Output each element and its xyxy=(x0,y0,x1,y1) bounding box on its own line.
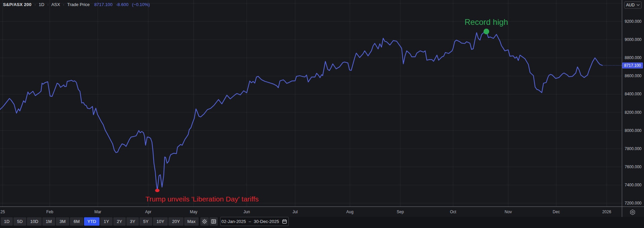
range-button-1d[interactable]: 1D xyxy=(1,217,13,226)
legend-separator: · xyxy=(34,2,36,7)
date-range-separator: – xyxy=(249,219,251,224)
trading-chart-window: S&P/ASX 200 · 1D · ASX · Trade Price 871… xyxy=(0,0,644,228)
price-axis[interactable]: 9200.0009000.0008800.0008600.0008400.000… xyxy=(622,0,644,207)
range-button-3y[interactable]: 3Y xyxy=(126,217,139,226)
range-button-1m[interactable]: 1M xyxy=(42,217,55,226)
y-axis-label: 7800.000 xyxy=(622,146,644,151)
x-axis-label: May xyxy=(190,210,198,214)
y-axis-label: 8200.000 xyxy=(622,110,644,115)
last-price-value: 8717.100 xyxy=(94,2,112,7)
range-button-5y[interactable]: 5Y xyxy=(139,217,152,226)
legend-separator: · xyxy=(47,2,48,7)
symbol-name[interactable]: S&P/ASX 200 xyxy=(3,2,32,7)
range-button-6m[interactable]: 6M xyxy=(70,217,83,226)
y-axis-label: 7200.000 xyxy=(622,201,644,206)
symbol-legend: S&P/ASX 200 · 1D · ASX · Trade Price 871… xyxy=(3,2,150,7)
range-button-5d[interactable]: 5D xyxy=(13,217,26,226)
calendar-icon xyxy=(282,219,287,224)
x-axis-label: Apr xyxy=(145,210,152,214)
x-axis-label: Nov xyxy=(505,210,512,214)
grid-lines xyxy=(0,0,622,207)
range-button-10y[interactable]: 10Y xyxy=(153,217,168,226)
y-axis-label: 8600.000 xyxy=(622,74,644,78)
axis-settings-button[interactable] xyxy=(629,208,637,216)
exchange-label: ASX xyxy=(51,2,60,7)
x-axis-label: Jul xyxy=(292,210,297,214)
y-axis-label: 9200.000 xyxy=(622,19,644,24)
bottom-toolbar: 1D5D10D1M3M6MYTD1Y2Y3Y5Y10Y20YMax xyxy=(0,217,644,228)
x-axis-label: Aug xyxy=(346,210,353,214)
x-axis-label: Feb xyxy=(46,210,53,214)
x-axis-label: Dec xyxy=(553,210,560,214)
x-axis-label: Jun xyxy=(243,210,250,214)
range-button-20y[interactable]: 20Y xyxy=(168,217,184,226)
y-axis-label: 8000.000 xyxy=(622,128,644,133)
currency-label: AUD xyxy=(626,3,635,7)
chart-settings-button[interactable] xyxy=(200,217,209,226)
tariffs-annotation: Trump unveils 'Liberation Day' tariffs xyxy=(145,195,258,203)
hexagon-settings-icon xyxy=(629,208,637,216)
time-axis-border xyxy=(0,207,644,207)
table-icon xyxy=(210,218,217,225)
legend-separator: · xyxy=(63,2,64,7)
y-axis-label: 7600.000 xyxy=(622,165,644,169)
range-button-ytd[interactable]: YTD xyxy=(84,217,99,226)
tariff-low-marker xyxy=(155,189,160,192)
x-axis-label: Oct xyxy=(450,210,456,214)
price-line-series[interactable] xyxy=(0,32,602,190)
price-change-value: -8.600 xyxy=(116,2,128,7)
x-axis-label: 2026 xyxy=(602,210,611,214)
chevron-down-icon xyxy=(637,4,640,6)
y-axis-label: 9000.000 xyxy=(622,37,644,42)
data-table-button[interactable] xyxy=(209,217,218,226)
x-axis-label: 25 xyxy=(0,210,5,214)
date-range-end: 30-Dec-2025 xyxy=(254,219,279,224)
y-axis-label: 8800.000 xyxy=(622,55,644,60)
current-price-badge: 8717.100 xyxy=(622,62,643,69)
range-toolbar: 1D5D10D1M3M6MYTD1Y2Y3Y5Y10Y20YMax xyxy=(1,217,199,226)
y-axis-label: 8400.000 xyxy=(622,92,644,96)
gear-icon xyxy=(201,218,208,225)
currency-selector[interactable]: AUD xyxy=(624,1,642,9)
price-axis-border xyxy=(622,0,622,217)
range-button-3m[interactable]: 3M xyxy=(56,217,69,226)
range-button-max[interactable]: Max xyxy=(184,217,199,226)
range-button-2y[interactable]: 2Y xyxy=(113,217,126,226)
time-axis[interactable]: 25FebMarAprMayJunJulAugSepOctNovDec2026 xyxy=(0,207,622,217)
date-range-picker[interactable]: 02-Jan-2025 – 30-Dec-2025 xyxy=(220,217,289,226)
price-chart-canvas[interactable] xyxy=(0,0,622,207)
y-axis-label: 7400.000 xyxy=(622,183,644,187)
range-button-10d[interactable]: 10D xyxy=(27,217,42,226)
record-high-marker xyxy=(484,29,489,34)
price-change-percent: (−0.10%) xyxy=(132,2,150,7)
range-button-1y[interactable]: 1Y xyxy=(100,217,113,226)
series-type-label: Trade Price xyxy=(67,2,90,7)
x-axis-label: Mar xyxy=(94,210,102,214)
interval-label[interactable]: 1D xyxy=(39,2,44,7)
x-axis-label: Sep xyxy=(397,210,404,214)
date-range-start: 02-Jan-2025 xyxy=(222,219,246,224)
record-high-annotation: Record high xyxy=(465,17,508,27)
